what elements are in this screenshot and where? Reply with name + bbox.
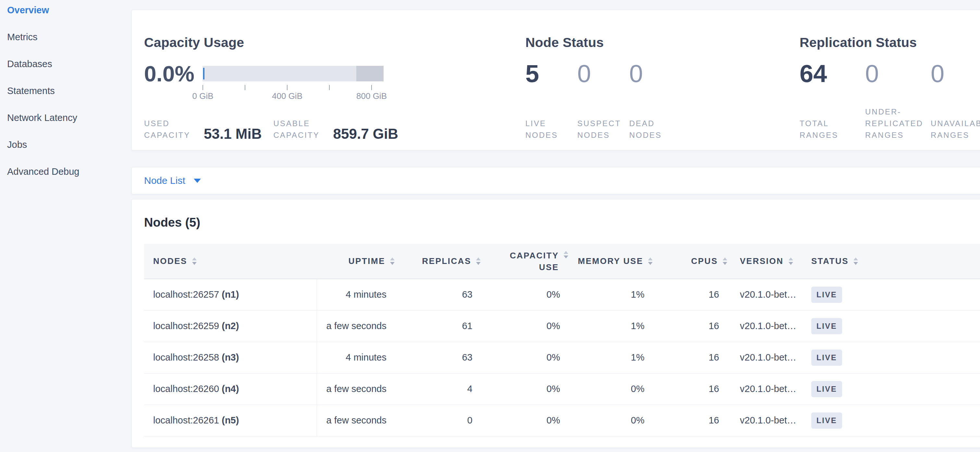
column-header-cpus[interactable]: CPUS: [654, 244, 728, 279]
chevron-down-icon[interactable]: [194, 179, 201, 183]
total-ranges-value: 64: [800, 61, 865, 86]
axis-label-400gib: 400 GiB: [272, 91, 302, 101]
sidebar-item-overview[interactable]: Overview: [7, 5, 131, 15]
table-row-n5[interactable]: localhost:26261 (n5) a few seconds 0 0% …: [144, 404, 980, 436]
table-row-n2[interactable]: localhost:26259 (n2) a few seconds 61 0%…: [144, 310, 980, 342]
memory-use-cell: 1%: [569, 342, 654, 373]
uptime-cell: 4 minutes: [317, 342, 396, 373]
sidebar-item-statements[interactable]: Statements: [7, 86, 131, 96]
capacity-bar-usable: [202, 66, 356, 81]
node-list-dropdown-label[interactable]: Node List: [144, 175, 185, 186]
axis-label-800gib: 800 GiB: [356, 91, 387, 101]
table-header-row: NODES UPTIME REPLICAS CAPACIT: [144, 244, 980, 279]
cluster-summary-card: Capacity Usage 0.0%: [131, 10, 980, 151]
sort-icon[interactable]: [475, 257, 482, 265]
replicas-cell: 4: [396, 373, 482, 404]
capacity-use-cell: 0%: [482, 279, 569, 310]
column-header-version[interactable]: VERSION: [728, 244, 800, 279]
cpus-cell: 16: [654, 279, 728, 310]
version-cell: v20.1.0-bet…: [728, 342, 800, 373]
axis-tick: [202, 85, 203, 90]
column-header-capacity-use[interactable]: CAPACITY USE: [482, 244, 569, 279]
sidebar-item-network-latency[interactable]: Network Latency: [7, 113, 131, 122]
uptime-cell: a few seconds: [317, 373, 396, 404]
capacity-axis: 0 GiB 400 GiB 800 GiB: [202, 81, 371, 98]
replicas-cell: 61: [396, 310, 482, 342]
sidebar-item-metrics[interactable]: Metrics: [7, 32, 131, 42]
total-ranges-label: TOTAL RANGES: [800, 118, 864, 141]
used-capacity-stat: USED CAPACITY 53.1 MiB: [144, 118, 262, 141]
sort-icon[interactable]: [853, 257, 859, 265]
status-badge: LIVE: [811, 381, 842, 397]
cpus-cell: 16: [654, 404, 728, 436]
column-header-status[interactable]: STATUS: [800, 244, 980, 279]
node-list-dropdown[interactable]: Node List: [131, 167, 980, 194]
version-cell: v20.1.0-bet…: [728, 279, 800, 310]
status-badge: LIVE: [811, 318, 842, 334]
axis-tick: [245, 85, 245, 90]
live-nodes-label: LIVE NODES: [525, 118, 574, 141]
sidebar-item-advanced-debug[interactable]: Advanced Debug: [7, 167, 131, 176]
column-header-memory-use[interactable]: MEMORY USE: [569, 244, 654, 279]
suspect-nodes-value: 0: [577, 61, 629, 86]
capacity-use-cell: 0%: [482, 342, 569, 373]
capacity-use-cell: 0%: [482, 310, 569, 342]
axis-label-0gib: 0 GiB: [192, 91, 213, 101]
table-row-n1[interactable]: localhost:26257 (n1) 4 minutes 63 0% 1% …: [144, 279, 980, 310]
replication-status-section: Replication Status 64 0 0 TOTAL RANGES U…: [800, 35, 980, 141]
memory-use-cell: 1%: [569, 310, 654, 342]
sort-icon[interactable]: [788, 257, 794, 265]
axis-tick: [371, 85, 372, 90]
status-badge: LIVE: [811, 412, 842, 429]
capacity-bar-chart: 0 GiB 400 GiB 800 GiB: [202, 66, 383, 98]
memory-use-cell: 0%: [569, 373, 654, 404]
under-replicated-ranges-value: 0: [865, 61, 931, 86]
capacity-use-cell: 0%: [482, 404, 569, 436]
sidebar: Overview Metrics Databases Statements Ne…: [0, 0, 131, 452]
nodes-table-card: Nodes (5) NODES UPTIME: [131, 199, 980, 448]
replicas-cell: 63: [396, 342, 482, 373]
capacity-usage-section: Capacity Usage 0.0%: [144, 35, 525, 141]
sidebar-item-jobs[interactable]: Jobs: [7, 140, 131, 149]
usable-capacity-label: USABLE CAPACITY: [274, 118, 321, 141]
replication-status-title: Replication Status: [800, 35, 980, 50]
under-replicated-ranges-label: UNDER-REPLICATED RANGES: [865, 106, 930, 141]
status-cell: LIVE: [800, 404, 980, 436]
unavailable-ranges-value: 0: [931, 61, 980, 86]
cpus-cell: 16: [654, 310, 728, 342]
memory-use-cell: 0%: [569, 404, 654, 436]
sort-icon[interactable]: [647, 257, 654, 265]
replicas-cell: 63: [396, 279, 482, 310]
suspect-nodes-label: SUSPECT NODES: [577, 118, 626, 141]
cpus-cell: 16: [654, 373, 728, 404]
version-cell: v20.1.0-bet…: [728, 373, 800, 404]
sidebar-item-databases[interactable]: Databases: [7, 59, 131, 69]
column-header-nodes[interactable]: NODES: [144, 244, 317, 279]
sort-icon[interactable]: [722, 257, 728, 265]
axis-tick: [329, 85, 330, 90]
usable-capacity-value: 859.7 GiB: [333, 127, 398, 141]
table-row-n4[interactable]: localhost:26260 (n4) a few seconds 4 0% …: [144, 373, 980, 404]
used-capacity-marker: [203, 68, 204, 79]
unavailable-ranges-label: UNAVAILABLE RANGES: [931, 118, 980, 141]
status-cell: LIVE: [800, 310, 980, 342]
column-header-replicas[interactable]: REPLICAS: [396, 244, 482, 279]
axis-tick: [287, 85, 288, 90]
sort-icon[interactable]: [563, 251, 569, 259]
version-cell: v20.1.0-bet…: [728, 404, 800, 436]
replicas-cell: 0: [396, 404, 482, 436]
table-row-n3[interactable]: localhost:26258 (n3) 4 minutes 63 0% 1% …: [144, 342, 980, 373]
dead-nodes-value: 0: [629, 61, 681, 86]
uptime-cell: a few seconds: [317, 404, 396, 436]
used-capacity-value: 53.1 MiB: [204, 127, 262, 141]
column-header-uptime[interactable]: UPTIME: [317, 244, 396, 279]
status-badge: LIVE: [811, 287, 842, 303]
capacity-bar: [202, 66, 383, 81]
capacity-usage-title: Capacity Usage: [144, 35, 525, 50]
sort-icon[interactable]: [191, 257, 197, 265]
capacity-use-cell: 0%: [482, 373, 569, 404]
used-capacity-label: USED CAPACITY: [144, 118, 192, 141]
sort-icon[interactable]: [389, 257, 396, 265]
node-address-cell: localhost:26261 (n5): [144, 404, 317, 436]
node-address-cell: localhost:26257 (n1): [144, 279, 317, 310]
